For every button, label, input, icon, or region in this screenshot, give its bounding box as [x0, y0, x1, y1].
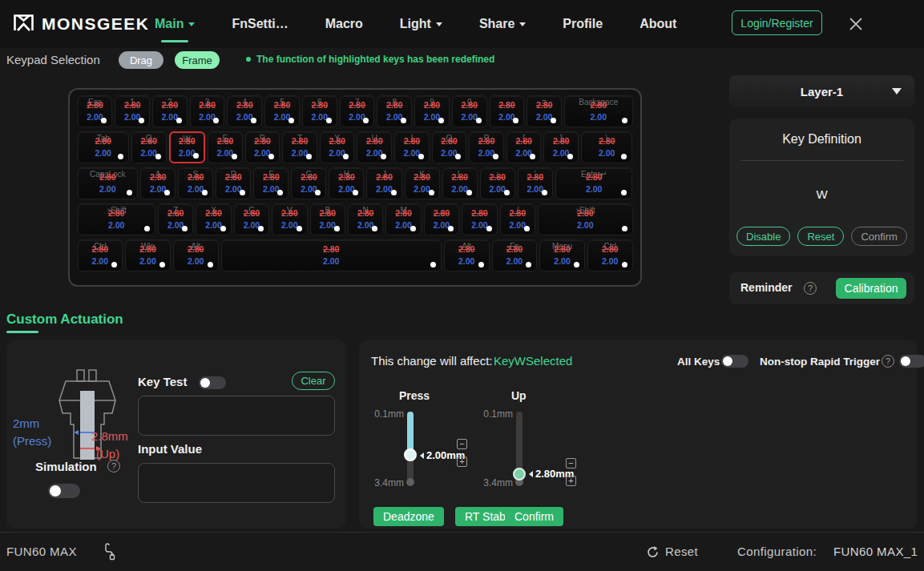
press-increase-button[interactable]: +: [457, 456, 467, 467]
key-g[interactable]: G2.802.00: [291, 167, 326, 199]
key-1[interactable]: 12.802.00: [115, 95, 150, 127]
key-0[interactable]: 02.802.00: [452, 95, 487, 127]
nav-item-fnsettings[interactable]: FnSetti…: [232, 17, 288, 31]
key-up-value: 2.80: [404, 136, 420, 147]
key-y[interactable]: Y2.802.00: [320, 131, 355, 163]
key-4[interactable]: 42.802.00: [227, 95, 262, 127]
key-9[interactable]: 92.802.00: [414, 95, 450, 127]
configuration-value[interactable]: FUN60 MAX_1: [833, 545, 918, 558]
key-quote[interactable]: '2.802.00: [518, 167, 553, 199]
layer-selector[interactable]: Layer-1: [729, 75, 914, 107]
nav-item-macro[interactable]: Macro: [325, 17, 363, 31]
key-menu[interactable]: Menu2.802.00: [539, 239, 585, 271]
key-6[interactable]: 62.802.00: [302, 95, 337, 127]
key-a[interactable]: A2.802.00: [140, 167, 176, 199]
nav-item-profile[interactable]: Profile: [563, 17, 603, 31]
key-space[interactable]: 2.802.00: [221, 239, 442, 271]
key-m[interactable]: M2.802.00: [385, 203, 421, 235]
help-icon[interactable]: ?: [882, 355, 894, 368]
press-slider-handle[interactable]: [404, 448, 417, 461]
key-period[interactable]: .2.802.00: [462, 203, 497, 235]
reset-icon[interactable]: [646, 545, 660, 562]
key-j[interactable]: J2.802.00: [366, 167, 401, 199]
disable-button[interactable]: Disable: [736, 227, 790, 246]
key-v[interactable]: V2.802.00: [272, 203, 307, 235]
key-2[interactable]: 22.802.00: [152, 95, 188, 127]
input-value-field[interactable]: [138, 463, 335, 503]
key-e[interactable]: E2.802.00: [208, 131, 243, 163]
up-slider-handle[interactable]: [513, 468, 526, 481]
key-lbracket[interactable]: [2.802.00: [506, 131, 542, 163]
key-enter[interactable]: Enter↵2.802.00: [555, 167, 633, 199]
key-comma[interactable]: ,2.802.00: [424, 203, 459, 235]
key-win[interactable]: Win2.802.00: [125, 239, 171, 271]
login-register-button[interactable]: Login/Register: [732, 10, 822, 35]
key-ralt[interactable]: Alt2.802.00: [444, 239, 490, 271]
nav-item-light[interactable]: Light: [400, 17, 442, 31]
key-p[interactable]: P2.802.00: [469, 131, 504, 163]
calibration-button[interactable]: Calibration: [836, 278, 906, 299]
key-h[interactable]: H2.802.00: [329, 167, 364, 199]
press-decrease-button[interactable]: −: [457, 439, 467, 449]
key-3[interactable]: 32.802.00: [190, 95, 225, 127]
key-capslock[interactable]: CapsLock2.802.00: [78, 167, 139, 199]
key-tab[interactable]: Tab2.802.00: [78, 131, 129, 163]
key-f[interactable]: F2.802.00: [253, 167, 288, 199]
confirm-key-button[interactable]: Confirm: [851, 227, 907, 246]
key-rshift[interactable]: ↑Shift2.802.00: [538, 203, 633, 235]
nav-item-main[interactable]: Main: [155, 17, 195, 31]
key-w[interactable]: W2.802.00: [169, 131, 206, 163]
key-5[interactable]: 52.802.00: [264, 95, 300, 127]
key-u[interactable]: U2.802.00: [357, 131, 392, 163]
reset-key-button[interactable]: Reset: [797, 227, 844, 246]
key-x[interactable]: X2.802.00: [196, 203, 231, 235]
key-lctrl[interactable]: Ctrl2.802.00: [78, 239, 123, 271]
key-backslash[interactable]: \2.802.00: [581, 131, 632, 163]
up-decrease-button[interactable]: −: [566, 458, 576, 468]
key-minus[interactable]: -2.802.00: [490, 95, 525, 127]
up-increase-button[interactable]: +: [566, 476, 576, 486]
key-slash[interactable]: /2.802.00: [500, 203, 535, 235]
key-semicolon[interactable]: ;2.802.00: [480, 167, 515, 199]
frame-button[interactable]: Frame: [175, 51, 220, 69]
all-keys-toggle[interactable]: [721, 355, 748, 368]
key-n[interactable]: N2.802.00: [348, 203, 383, 235]
key-esc[interactable]: Esc2.802.00: [78, 95, 113, 127]
key-i[interactable]: I2.802.00: [394, 131, 430, 163]
key-equals[interactable]: =2.802.00: [527, 95, 562, 127]
nav-item-about[interactable]: About: [640, 17, 676, 31]
key-8[interactable]: 82.802.00: [377, 95, 412, 127]
key-d[interactable]: D2.802.00: [216, 167, 251, 199]
key-backspace[interactable]: Backspace2.802.00: [564, 95, 632, 127]
key-7[interactable]: 72.802.00: [340, 95, 375, 127]
key-k[interactable]: K2.802.00: [405, 167, 440, 199]
key-t[interactable]: T2.802.00: [282, 131, 317, 163]
key-z[interactable]: Z2.802.00: [158, 203, 193, 235]
reset-config-button[interactable]: Reset: [665, 545, 698, 558]
key-c[interactable]: C2.802.00: [234, 203, 269, 235]
help-icon[interactable]: ?: [107, 460, 120, 472]
key-rbracket[interactable]: ]2.802.00: [543, 131, 579, 163]
key-r[interactable]: R2.802.00: [245, 131, 280, 163]
key-q[interactable]: Q2.802.00: [131, 131, 167, 163]
key-o[interactable]: O2.802.00: [432, 131, 467, 163]
key-lshift[interactable]: ↑Shift2.802.00: [78, 203, 155, 235]
nav-item-share[interactable]: Share: [479, 17, 526, 31]
nrt-toggle[interactable]: [899, 355, 924, 368]
confirm-actuation-button[interactable]: Confirm: [505, 507, 563, 526]
simulation-toggle[interactable]: [48, 484, 80, 498]
help-icon[interactable]: ?: [804, 282, 817, 295]
deadzone-button[interactable]: Deadzone: [373, 507, 444, 526]
close-icon[interactable]: [847, 15, 865, 33]
key-test-toggle[interactable]: [199, 376, 226, 389]
clear-button[interactable]: Clear: [292, 372, 335, 390]
key-fn[interactable]: Fn2.802.00: [492, 239, 538, 271]
key-lalt[interactable]: Alt2.802.00: [173, 239, 219, 271]
key-s[interactable]: S2.802.00: [178, 167, 213, 199]
key-test-output[interactable]: [138, 396, 335, 436]
key-b[interactable]: B2.802.00: [310, 203, 345, 235]
key-status-dot: [127, 190, 132, 195]
key-l[interactable]: L2.802.00: [442, 167, 478, 199]
drag-button[interactable]: Drag: [119, 51, 163, 69]
key-rctrl[interactable]: Ctrl2.802.00: [587, 239, 633, 271]
